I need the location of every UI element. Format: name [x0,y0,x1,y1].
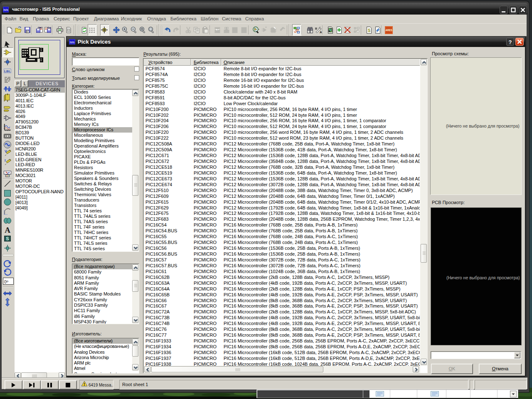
svg-text:LBL: LBL [4,69,11,73]
svg-text:isis: isis [3,8,8,12]
svg-text:A: A [5,226,10,234]
svg-text:A: A [320,30,322,34]
svg-text:isis: isis [70,40,75,44]
svg-text:?: ? [509,39,512,45]
svg-text:$: $ [368,28,370,33]
svg-text:S: S [6,236,9,241]
svg-text:I: I [5,158,6,163]
svg-text:ARES: ARES [385,29,393,32]
